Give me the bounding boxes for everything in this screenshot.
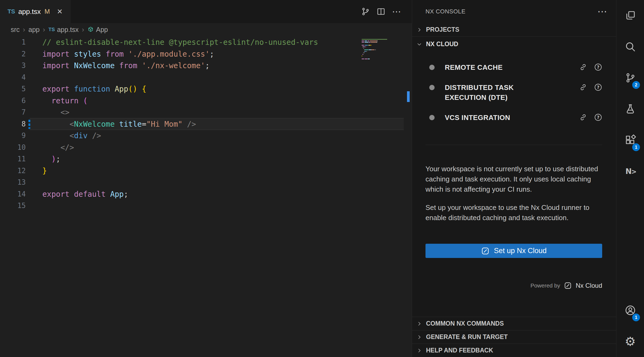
code-line[interactable]: import styles from './app.module.css';	[42, 48, 358, 60]
svg-text:?: ?	[597, 65, 599, 70]
svg-text:N: N	[625, 167, 631, 176]
breadcrumb-separator: ›	[82, 26, 84, 34]
cloud-item-actions: ?	[579, 63, 602, 71]
editor-body[interactable]: 123456789101112131415 // eslint-disable-…	[0, 36, 412, 357]
code-line[interactable]: // eslint-disable-next-line @typescript-…	[42, 37, 358, 48]
cloud-description-1: Your workspace is not currently set up t…	[425, 164, 602, 194]
activity-search[interactable]	[616, 31, 644, 62]
more-actions-icon[interactable]: ⋯	[392, 7, 401, 16]
ts-file-icon: TS	[8, 8, 15, 15]
cloud-item: VCS INTEGRATION ?	[425, 113, 602, 123]
connect-icon[interactable]	[579, 63, 587, 71]
beaker-icon	[625, 103, 636, 115]
vscode-window: TS app.tsx M ✕ ⋯ src›app›TSapp.tsx›App 1…	[0, 0, 644, 357]
setup-nx-cloud-button[interactable]: Set up Nx Cloud	[425, 244, 602, 258]
code-line[interactable]: <div />	[42, 130, 358, 142]
tab-bar: TS app.tsx M ✕ ⋯	[0, 0, 412, 23]
breadcrumb-separator: ›	[43, 26, 45, 34]
chevron-right-icon	[416, 321, 422, 327]
code-line[interactable]: import NxWelcome from './nx-welcome';	[42, 60, 358, 72]
help-icon[interactable]: ?	[594, 83, 602, 91]
minimap[interactable]	[362, 39, 405, 61]
code-line[interactable]: }	[42, 165, 358, 177]
scm-badge: 2	[632, 81, 640, 89]
code-line[interactable]: <>	[42, 107, 358, 118]
cloud-item-label: VCS INTEGRATION	[445, 113, 510, 123]
tab-app-tsx[interactable]: TS app.tsx M ✕	[0, 0, 71, 23]
line-number: 7	[0, 107, 36, 118]
bottom-sections: COMMON NX COMMANDS GENERATE & RUN TARGET…	[412, 317, 616, 357]
close-icon[interactable]: ✕	[57, 8, 63, 16]
cloud-item-label: DISTRIBUTED TASK EXECUTION (DTE)	[445, 83, 547, 103]
cloud-item: REMOTE CACHE ?	[425, 63, 602, 72]
brand-label: Nx Cloud	[576, 282, 602, 289]
code-lines: // eslint-disable-next-line @typescript-…	[42, 37, 358, 212]
section-projects[interactable]: PROJECTS	[412, 23, 616, 36]
line-number: 4	[0, 72, 36, 83]
code-line[interactable]	[42, 177, 358, 188]
activity-bar: 2 1 N > 1	[616, 0, 644, 357]
code-line[interactable]	[42, 200, 358, 212]
line-number: 9	[0, 130, 36, 142]
connect-icon[interactable]	[579, 83, 587, 91]
nx-cloud-icon	[481, 247, 490, 255]
scrollbar[interactable]	[405, 36, 412, 357]
panel-section-header[interactable]: HELP AND FEEDBACK	[412, 344, 616, 357]
nx-cloud-header[interactable]: NX CLOUD	[412, 37, 616, 52]
powered-by-row: Powered by Nx Cloud	[425, 282, 602, 290]
activity-account[interactable]: 1	[616, 295, 644, 326]
chevron-right-icon	[416, 334, 422, 340]
activity-nx-console[interactable]: N >	[616, 156, 644, 187]
activity-testing[interactable]	[616, 93, 644, 125]
section-nx-cloud: NX CLOUD REMOTE CACHE ? DISTRIBUTED TASK…	[412, 36, 616, 317]
breadcrumb-item[interactable]: TSapp.tsx	[48, 26, 79, 34]
activity-settings[interactable]: ⚙	[616, 326, 644, 357]
code-line[interactable]: <NxWelcome title="Hi Mom" />	[42, 118, 358, 130]
modified-badge: M	[45, 8, 50, 15]
cloud-item-actions: ?	[579, 113, 602, 121]
svg-text:?: ?	[597, 85, 599, 90]
activity-copy[interactable]	[616, 0, 644, 31]
panel-header: NX CONSOLE ⋯	[412, 0, 616, 23]
panel-title: NX CONSOLE	[425, 8, 465, 15]
section-label: HELP AND FEEDBACK	[426, 347, 493, 354]
connect-icon[interactable]	[579, 113, 587, 121]
status-bullet-icon	[429, 65, 435, 70]
line-number: 15	[0, 200, 36, 212]
nx-console-panel: NX CONSOLE ⋯ PROJECTS NX CLOUD REMOTE CA…	[412, 0, 616, 357]
line-number: 11	[0, 153, 36, 165]
open-changes-icon[interactable]	[361, 7, 370, 16]
activity-source-control[interactable]: 2	[616, 62, 644, 93]
status-bullet-icon	[429, 115, 435, 120]
section-label: NX CLOUD	[426, 41, 458, 48]
line-number: 13	[0, 177, 36, 188]
code-line[interactable]: export default App;	[42, 188, 358, 200]
code-line[interactable]	[42, 72, 358, 83]
breadcrumb-separator: ›	[23, 26, 25, 34]
code-line[interactable]: );	[42, 153, 358, 165]
code-line[interactable]: export function App() {	[42, 83, 358, 95]
breadcrumb: src›app›TSapp.tsx›App	[0, 23, 412, 36]
breadcrumb-item[interactable]: src	[11, 26, 20, 34]
code-line[interactable]: return (	[42, 95, 358, 107]
breadcrumb-item[interactable]: app	[28, 26, 40, 34]
panel-section-header[interactable]: GENERATE & RUN TARGET	[412, 330, 616, 344]
line-number: 8	[0, 118, 36, 130]
chevron-down-icon	[416, 41, 422, 47]
more-actions-icon[interactable]: ⋯	[597, 7, 607, 16]
svg-text:?: ?	[597, 115, 599, 120]
line-number: 14	[0, 188, 36, 200]
editor-actions: ⋯	[361, 0, 412, 23]
editor-region: TS app.tsx M ✕ ⋯ src›app›TSapp.tsx›App 1…	[0, 0, 412, 357]
split-editor-icon[interactable]	[376, 7, 386, 16]
cloud-description-2: Set up your workspace to use the Nx Clou…	[425, 202, 602, 223]
line-number: 12	[0, 165, 36, 177]
copy-icon	[625, 10, 636, 21]
help-icon[interactable]: ?	[594, 113, 602, 121]
code-line[interactable]: </>	[42, 142, 358, 154]
panel-section-header[interactable]: COMMON NX COMMANDS	[412, 317, 616, 330]
breadcrumb-item[interactable]: App	[87, 26, 108, 34]
activity-extensions[interactable]: 1	[616, 125, 644, 156]
help-icon[interactable]: ?	[594, 63, 602, 71]
cloud-items: REMOTE CACHE ? DISTRIBUTED TASK EXECUTIO…	[425, 52, 602, 123]
